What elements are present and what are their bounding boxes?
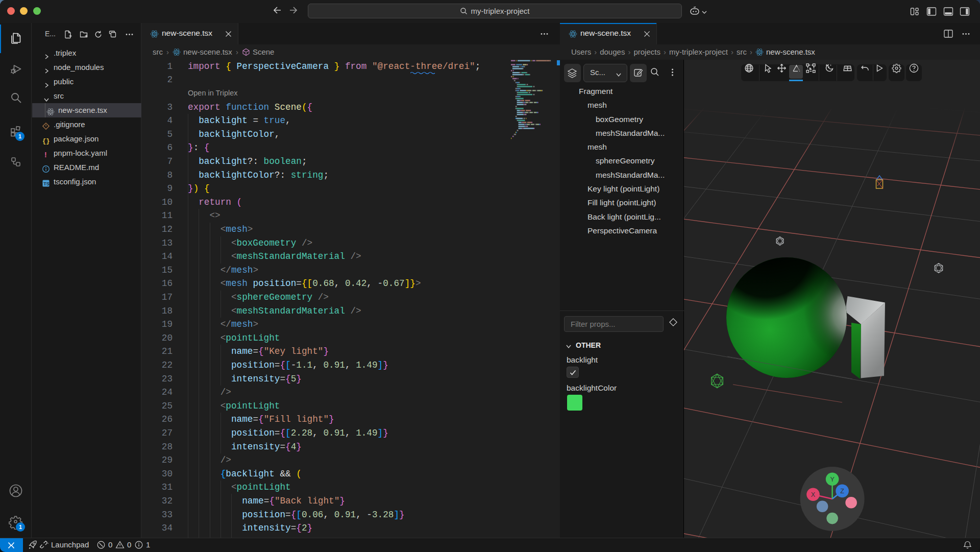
svg-text:Y: Y — [830, 476, 835, 483]
svg-text:Z: Z — [840, 488, 844, 495]
svg-text:TS: TS — [43, 181, 50, 186]
svg-text:X: X — [811, 491, 816, 498]
svg-text:{}: {} — [42, 138, 50, 145]
svg-text:!: ! — [44, 151, 47, 159]
